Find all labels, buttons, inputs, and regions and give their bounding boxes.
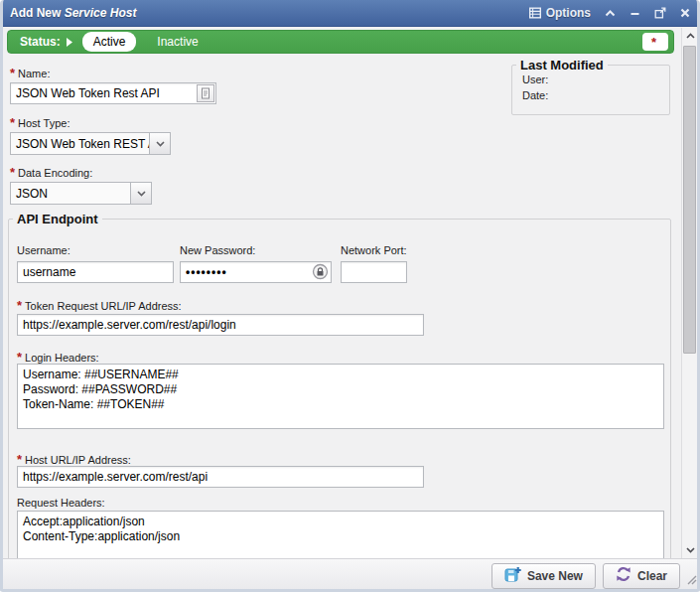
token-request-url-label: *Token Request URL/IP Address: [17, 298, 182, 313]
status-label: Status: [20, 35, 61, 49]
last-modified-date-row: Date: [512, 88, 669, 104]
chevron-down-icon [686, 547, 695, 553]
options-icon [529, 7, 541, 19]
chevron-up-icon [605, 9, 616, 18]
last-modified-legend: Last Modified [516, 58, 608, 73]
titlebar-tools: Options [529, 6, 690, 20]
user-label: User: [522, 74, 558, 85]
clear-refresh-icon [616, 566, 631, 585]
data-encoding-value: JSON [11, 187, 130, 201]
last-modified-group: Last Modified User: Date: [511, 58, 670, 115]
request-headers-label: Request Headers: [17, 497, 105, 509]
username-field [17, 261, 174, 283]
minus-icon [630, 9, 640, 18]
chevron-down-icon[interactable] [149, 133, 170, 154]
host-type-label: *Host Type: [10, 115, 70, 130]
token-request-url-field [17, 314, 424, 336]
dialog-titlebar[interactable]: Add New Service Host Options [0, 0, 700, 27]
status-tab-inactive[interactable]: Inactive [146, 32, 209, 52]
close-button[interactable] [680, 8, 690, 18]
network-port-label: Network Port: [341, 244, 407, 256]
required-icon: * [17, 452, 22, 467]
token-request-url-input[interactable] [17, 314, 424, 336]
required-icon: * [10, 115, 15, 130]
required-icon: * [10, 165, 15, 180]
options-button[interactable]: Options [529, 6, 591, 20]
save-icon [504, 566, 521, 586]
network-port-field [341, 261, 407, 283]
chevron-up-icon [686, 33, 695, 39]
new-password-label: New Password: [180, 244, 255, 256]
clear-button[interactable]: Clear [603, 563, 680, 589]
status-bar: Status: Active Inactive * [7, 30, 674, 54]
add-service-host-dialog: Add New Service Host Options [0, 0, 700, 592]
status-arrow-icon [67, 38, 72, 47]
name-edit-icon[interactable] [197, 84, 214, 102]
popout-button[interactable] [654, 7, 666, 19]
data-encoding-label: *Data Encoding: [10, 165, 92, 180]
name-label: *Name: [10, 66, 50, 80]
api-endpoint-legend: API Endpoint [13, 212, 102, 226]
scroll-up-button[interactable] [682, 28, 698, 44]
resize-grip[interactable] [686, 571, 697, 589]
login-headers-textarea[interactable]: Username: ##USERNAME## Password: ##PASSW… [17, 364, 664, 429]
date-label: Date: [522, 89, 558, 101]
dialog-title-prefix: Add New [10, 6, 61, 20]
name-field [10, 82, 216, 104]
network-port-input[interactable] [341, 261, 407, 283]
minimize-button[interactable] [630, 9, 640, 18]
username-input[interactable] [17, 261, 174, 283]
required-icon: * [10, 66, 15, 80]
footer-toolbar: Save New Clear [0, 558, 700, 592]
chevron-down-icon[interactable] [130, 183, 151, 204]
login-headers-label: *Login Headers: [17, 350, 99, 365]
clear-label: Clear [637, 569, 667, 583]
host-type-select[interactable]: JSON Web Token REST API [10, 132, 171, 155]
new-password-field [180, 261, 332, 283]
host-type-value: JSON Web Token REST API [11, 137, 149, 151]
host-url-input[interactable] [17, 466, 424, 488]
resize-grip-icon [686, 574, 697, 585]
collapse-button[interactable] [605, 9, 616, 18]
password-lock-icon[interactable] [312, 263, 329, 280]
required-icon: * [17, 350, 22, 365]
required-icon: * [17, 298, 22, 313]
dialog-title-emphasis: Service Host [65, 6, 137, 20]
dialog-title: Add New Service Host [10, 6, 136, 20]
popout-icon [654, 7, 666, 19]
save-new-button[interactable]: Save New [491, 563, 596, 589]
required-icon: * [651, 35, 656, 50]
scrollbar-thumb[interactable] [683, 46, 696, 354]
options-label: Options [546, 6, 591, 20]
host-url-label: *Host URL/IP Address: [17, 452, 131, 467]
vertical-scrollbar[interactable] [681, 28, 697, 558]
status-tab-active[interactable]: Active [82, 32, 137, 52]
save-new-label: Save New [527, 569, 583, 583]
username-label: Username: [17, 244, 70, 256]
close-icon [680, 8, 690, 18]
new-password-input[interactable] [180, 261, 332, 283]
api-endpoint-group: API Endpoint Username: New Password: Net… [8, 212, 671, 581]
data-encoding-select[interactable]: JSON [10, 182, 152, 205]
last-modified-user-row: User: [512, 73, 669, 88]
status-required-button[interactable]: * [642, 33, 668, 51]
name-input[interactable] [10, 82, 216, 104]
host-url-field [17, 466, 424, 488]
scroll-down-button[interactable] [682, 542, 698, 558]
